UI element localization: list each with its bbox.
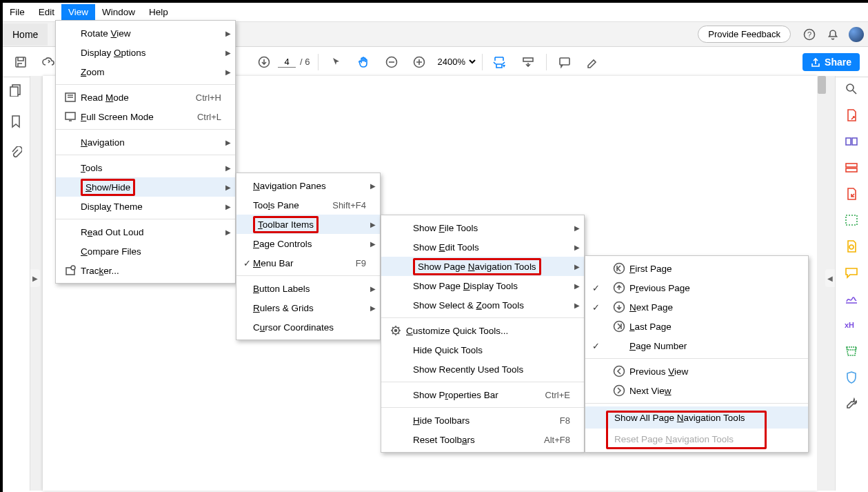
svg-point-29 [614, 386, 625, 396]
menu-file[interactable]: File [3, 4, 32, 20]
provide-feedback-button[interactable]: Provide Feedback [698, 26, 791, 43]
menu-reset-nav-tools: Reset Page Navigation Tools [585, 429, 808, 449]
left-nav-panel [1, 76, 30, 491]
menu-edit[interactable]: Edit [32, 4, 61, 20]
menu-display-theme[interactable]: Display Theme▶ [56, 197, 235, 216]
svg-point-28 [614, 366, 625, 377]
menu-read-out-loud[interactable]: Read Out Loud▶ [56, 222, 235, 242]
search-tool-icon[interactable] [844, 81, 859, 97]
svg-rect-19 [65, 112, 75, 119]
svg-rect-13 [846, 164, 857, 167]
menu-hide-quick-tools[interactable]: Hide Quick Tools [381, 340, 584, 360]
help-icon[interactable]: ? [800, 26, 818, 43]
menu-previous-page[interactable]: Previous Page [585, 278, 808, 297]
menu-rotate-view[interactable]: Rotate View▶ [56, 23, 235, 43]
menu-window[interactable]: Window [95, 4, 142, 20]
menu-cursor-coords[interactable]: Cursor Coordinates [236, 317, 380, 337]
comment-icon[interactable] [554, 51, 576, 73]
avatar[interactable] [849, 27, 864, 42]
menu-display-options[interactable]: Display Options▶ [56, 43, 235, 62]
menu-show-all-nav-tools[interactable]: Show All Page Navigation Tools [585, 406, 808, 429]
menu-tracker[interactable]: Tracker... [56, 261, 235, 280]
menu-toolbar-items[interactable]: Toolbar Items▶ [236, 215, 380, 234]
hand-icon[interactable] [353, 51, 375, 73]
redact-icon[interactable]: xH [844, 317, 859, 333]
svg-point-10 [847, 84, 854, 91]
chat-icon[interactable] [844, 265, 859, 280]
menu-zoom[interactable]: Zoom▶ [56, 62, 235, 81]
menu-tools[interactable]: Tools▶ [56, 158, 235, 177]
save-icon[interactable] [10, 51, 32, 73]
menu-help[interactable]: Help [142, 4, 175, 20]
zoom-in-icon[interactable] [408, 51, 430, 73]
svg-rect-7 [560, 58, 569, 65]
svg-rect-12 [852, 138, 857, 145]
combine-icon[interactable] [844, 186, 859, 201]
menu-show-page-nav-tools[interactable]: Show Page Navigation Tools▶ [381, 257, 584, 276]
svg-rect-9 [10, 87, 18, 97]
menu-hide-toolbars[interactable]: Hide ToolbarsF8 [381, 411, 584, 430]
menu-navigation[interactable]: Navigation▶ [56, 132, 235, 152]
menu-show-file-tools[interactable]: Show File Tools▶ [381, 218, 584, 237]
expand-left-panel[interactable]: ▶ [30, 269, 40, 287]
svg-rect-11 [846, 138, 851, 145]
scroll-mode-icon[interactable] [517, 51, 539, 73]
share-button[interactable]: Share [803, 53, 860, 71]
menu-button-labels[interactable]: Button Labels▶ [236, 279, 380, 298]
menu-navigation-panes[interactable]: Navigation Panes▶ [236, 176, 380, 195]
menu-show-page-display-tools[interactable]: Show Page Display Tools▶ [381, 276, 584, 295]
bell-icon[interactable] [824, 26, 842, 43]
menu-show-hide[interactable]: Show/Hide▶ [56, 177, 235, 197]
menu-customize-quick-tools[interactable]: Customize Quick Tools... [381, 321, 584, 340]
right-tools-panel: xH [835, 76, 867, 491]
page-total: / 6 [300, 57, 310, 67]
menu-last-page[interactable]: Last Page [585, 317, 808, 336]
page-number-input[interactable] [278, 57, 296, 68]
menu-full-screen[interactable]: Full Screen ModeCtrl+L [56, 107, 235, 126]
more-tools-icon[interactable] [844, 396, 859, 411]
pages-panel-icon[interactable] [9, 83, 23, 99]
export-pdf-icon[interactable] [844, 108, 859, 123]
menu-first-page[interactable]: First Page [585, 259, 808, 278]
menu-tools-pane[interactable]: Tools PaneShift+F4 [236, 195, 380, 215]
menu-next-view[interactable]: Next View [585, 381, 808, 400]
page-nav-tools-menu: First Page Previous Page Next Page Last … [585, 255, 809, 453]
menubar: File Edit View Window Help [3, 3, 868, 22]
view-menu: Rotate View▶ Display Options▶ Zoom▶ Read… [55, 20, 236, 284]
menu-rulers-grids[interactable]: Rulers & Grids▶ [236, 298, 380, 317]
toolbar-items-menu: Show File Tools▶ Show Edit Tools▶ Show P… [381, 215, 585, 453]
bookmarks-icon[interactable] [10, 115, 22, 131]
menu-show-recently-used[interactable]: Show Recently Used Tools [381, 360, 584, 379]
menu-page-number[interactable]: Page Number [585, 336, 808, 355]
highlight-icon[interactable] [581, 51, 603, 73]
menu-read-mode[interactable]: Read ModeCtrl+H [56, 88, 235, 107]
tab-home[interactable]: Home [3, 23, 48, 46]
menu-show-edit-tools[interactable]: Show Edit Tools▶ [381, 237, 584, 257]
menu-page-controls[interactable]: Page Controls▶ [236, 234, 380, 253]
sign-icon[interactable] [844, 291, 859, 306]
fit-width-icon[interactable]: ▾ [489, 51, 512, 73]
menu-view[interactable]: View [61, 4, 95, 20]
download-icon[interactable] [253, 51, 275, 73]
menu-menu-bar[interactable]: Menu BarF9 [236, 253, 380, 273]
protect-icon[interactable] [844, 344, 859, 359]
svg-rect-15 [846, 215, 857, 225]
menu-show-properties-bar[interactable]: Show Properties BarCtrl+E [381, 385, 584, 404]
expand-right-panel[interactable]: ◀ [825, 269, 835, 287]
menu-reset-toolbars[interactable]: Reset ToolbarsAlt+F8 [381, 430, 584, 449]
attachments-icon[interactable] [10, 146, 22, 163]
menu-compare-files[interactable]: Compare Files [56, 242, 235, 261]
organize-icon[interactable] [844, 213, 859, 228]
menu-next-page[interactable]: Next Page [585, 297, 808, 317]
svg-rect-6 [523, 58, 533, 61]
shield-icon[interactable] [844, 370, 859, 385]
menu-show-select-zoom-tools[interactable]: Show Select & Zoom Tools▶ [381, 295, 584, 315]
zoom-select[interactable]: 2400% [433, 55, 478, 69]
edit-pdf-icon[interactable] [844, 134, 859, 149]
svg-point-16 [849, 245, 854, 249]
pointer-icon[interactable] [325, 51, 347, 73]
comment-tool-icon[interactable] [844, 239, 859, 254]
zoom-out-icon[interactable] [381, 51, 403, 73]
create-pdf-icon[interactable] [844, 160, 859, 175]
menu-previous-view[interactable]: Previous View [585, 362, 808, 381]
